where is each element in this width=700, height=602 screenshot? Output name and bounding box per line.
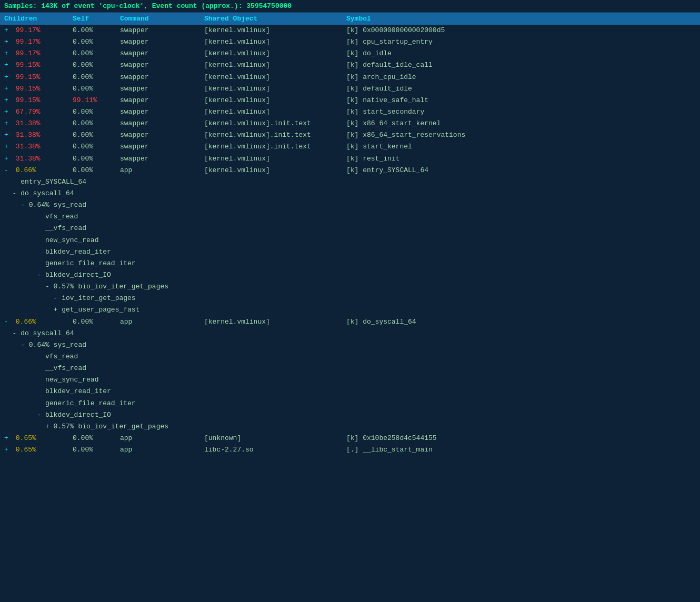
command-value: app	[120, 318, 132, 326]
shared-value: [kernel.vmlinux]	[204, 155, 270, 163]
shared-value: [kernel.vmlinux].init.text	[204, 131, 311, 139]
expand-icon[interactable]: +	[4, 60, 9, 71]
command-value: swapper	[120, 61, 149, 69]
expand-icon[interactable]: +	[4, 37, 9, 47]
table-row[interactable]: + 31.38% 0.00% swapper [kernel.vmlinux].…	[0, 141, 700, 153]
table-row[interactable]: + 31.38% 0.00% swapper [kernel.vmlinux].…	[0, 129, 700, 141]
expand-icon[interactable]: +	[4, 154, 9, 164]
children-value: 99.17%	[16, 49, 41, 57]
command-value: swapper	[120, 131, 149, 139]
tree-row: __vfs_read	[0, 363, 700, 374]
self-value: 99.11%	[73, 96, 97, 104]
expand-icon[interactable]: +	[4, 48, 9, 59]
table-row[interactable]: + 99.17% 0.00% swapper [kernel.vmlinux] …	[0, 36, 700, 48]
tree-section-2: - do_syscall_64 - 0.64% sys_read vfs_rea…	[0, 328, 700, 433]
children-value: 31.38%	[16, 119, 41, 127]
children-value: 99.15%	[16, 73, 41, 81]
command-value: swapper	[120, 143, 149, 150]
expand-icon[interactable]: +	[4, 72, 9, 83]
children-value: 31.38%	[16, 155, 41, 163]
self-value: 0.00%	[73, 119, 93, 127]
expand-icon[interactable]: +	[4, 142, 9, 152]
table-row[interactable]: - 0.66% 0.00% app [kernel.vmlinux] [k] e…	[0, 165, 700, 176]
tree-row: + get_user_pages_fast	[0, 304, 700, 316]
symbol-value: [k] start_kernel	[346, 143, 412, 150]
children-value: 31.38%	[16, 131, 41, 139]
self-value: 0.00%	[73, 26, 93, 34]
top-bar-text: Samples: 143K of event 'cpu-clock', Even…	[4, 2, 292, 10]
expand-icon[interactable]: +	[4, 107, 9, 117]
children-value: 99.15%	[16, 61, 41, 69]
command-value: app	[120, 166, 132, 174]
expand-icon[interactable]: +	[4, 84, 9, 94]
tree-row: blkdev_read_iter	[0, 246, 700, 258]
children-value: 99.15%	[16, 96, 41, 104]
tree-row: - iov_iter_get_pages	[0, 293, 700, 304]
expand-icon[interactable]: +	[4, 433, 9, 444]
shared-value: [kernel.vmlinux]	[204, 49, 270, 57]
header-row: Children Self Command Shared Object Symb…	[0, 13, 700, 25]
table-row[interactable]: + 31.38% 0.00% swapper [kernel.vmlinux].…	[0, 118, 700, 129]
self-value: 0.00%	[73, 446, 93, 454]
command-value: swapper	[120, 73, 149, 81]
command-value: swapper	[120, 26, 149, 34]
shared-value: [kernel.vmlinux]	[204, 38, 270, 46]
command-value: swapper	[120, 155, 149, 163]
symbol-value: [k] rest_init	[346, 155, 399, 163]
table-row[interactable]: + 0.65% 0.00% app [unknown] [k] 0x10be25…	[0, 433, 700, 444]
top-bar: Samples: 143K of event 'cpu-clock', Even…	[0, 0, 700, 13]
expand-icon[interactable]: +	[4, 130, 9, 141]
shared-value: [kernel.vmlinux]	[204, 61, 270, 69]
table-row[interactable]: + 67.79% 0.00% swapper [kernel.vmlinux] …	[0, 106, 700, 118]
self-value: 0.00%	[73, 38, 93, 46]
table-row[interactable]: + 99.15% 0.00% swapper [kernel.vmlinux] …	[0, 72, 700, 83]
command-value: app	[120, 446, 132, 454]
symbol-value: [k] entry_SYSCALL_64	[346, 166, 428, 174]
tree-row: - 0.64% sys_read	[0, 339, 700, 351]
symbol-value: [k] x86_64_start_kernel	[346, 119, 441, 127]
children-value: 99.17%	[16, 38, 41, 46]
table-row[interactable]: + 99.15% 99.11% swapper [kernel.vmlinux]…	[0, 95, 700, 106]
table-row[interactable]: - 0.66% 0.00% app [kernel.vmlinux] [k] d…	[0, 316, 700, 328]
shared-value: [kernel.vmlinux]	[204, 73, 270, 81]
children-value: 0.66%	[16, 166, 36, 174]
tree-row: + 0.57% bio_iov_iter_get_pages	[0, 421, 700, 433]
symbol-value: [k] native_safe_halt	[346, 96, 428, 104]
shared-value: [kernel.vmlinux]	[204, 85, 270, 93]
expand-icon[interactable]: -	[4, 165, 9, 176]
command-value: swapper	[120, 96, 149, 104]
tree-row: new_sync_read	[0, 374, 700, 386]
table-row[interactable]: + 99.17% 0.00% swapper [kernel.vmlinux] …	[0, 48, 700, 59]
symbol-value: [k] default_idle_call	[346, 61, 433, 69]
symbol-value: [.] __libc_start_main	[346, 446, 433, 454]
self-value: 0.00%	[73, 434, 93, 442]
tree-row: blkdev_read_iter	[0, 386, 700, 397]
tree-row: - do_syscall_64	[0, 328, 700, 339]
tree-row: generic_file_read_iter	[0, 398, 700, 409]
command-value: swapper	[120, 85, 149, 93]
children-value: 99.15%	[16, 85, 41, 93]
expand-icon[interactable]: +	[4, 118, 9, 129]
tree-row: - 0.57% bio_iov_iter_get_pages	[0, 281, 700, 293]
self-value: 0.00%	[73, 166, 93, 174]
header-self: Self	[73, 15, 120, 23]
table-row[interactable]: + 99.15% 0.00% swapper [kernel.vmlinux] …	[0, 83, 700, 95]
table-row[interactable]: + 99.17% 0.00% swapper [kernel.vmlinux] …	[0, 25, 700, 36]
expand-icon[interactable]: +	[4, 445, 9, 455]
expand-icon[interactable]: -	[4, 317, 9, 327]
expand-icon[interactable]: +	[4, 95, 9, 106]
children-value: 0.66%	[16, 318, 36, 326]
tree-row: entry_SYSCALL_64	[0, 176, 700, 188]
table-row[interactable]: + 99.15% 0.00% swapper [kernel.vmlinux] …	[0, 59, 700, 71]
table-row[interactable]: + 31.38% 0.00% swapper [kernel.vmlinux] …	[0, 153, 700, 165]
expand-icon[interactable]: +	[4, 25, 9, 36]
self-value: 0.00%	[73, 155, 93, 163]
tree-row: vfs_read	[0, 351, 700, 363]
symbol-value: [k] 0x10be258d4c544155	[346, 434, 437, 442]
self-value: 0.00%	[73, 85, 93, 93]
children-value: 67.79%	[16, 108, 41, 116]
shared-value: [kernel.vmlinux]	[204, 166, 270, 174]
symbol-value: [k] default_idle	[346, 85, 412, 93]
children-value: 99.17%	[16, 26, 41, 34]
table-row[interactable]: + 0.65% 0.00% app libc-2.27.so [.] __lib…	[0, 444, 700, 456]
